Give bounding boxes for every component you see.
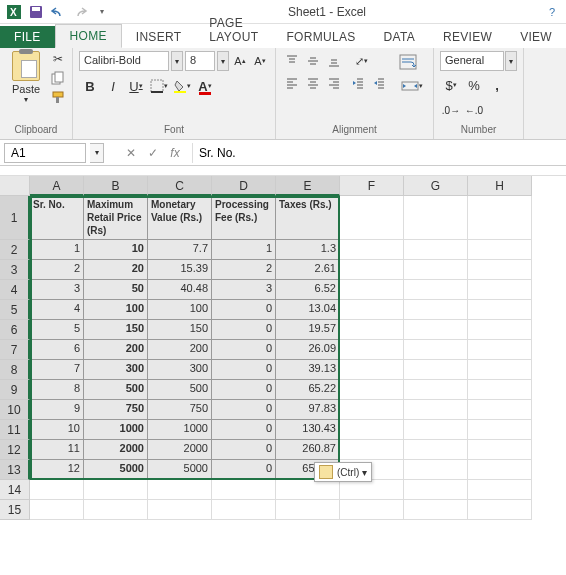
- comma-format-icon[interactable]: ,: [486, 74, 508, 96]
- decrease-indent-icon[interactable]: [348, 73, 368, 93]
- cell[interactable]: 130.43: [276, 420, 340, 440]
- align-center-icon[interactable]: [303, 73, 323, 93]
- row-header-8[interactable]: 8: [0, 360, 30, 380]
- cell[interactable]: [468, 320, 532, 340]
- bold-button[interactable]: B: [79, 75, 101, 97]
- cell[interactable]: [212, 480, 276, 500]
- cell[interactable]: [468, 500, 532, 520]
- cell[interactable]: [404, 196, 468, 240]
- cell[interactable]: [276, 500, 340, 520]
- cell[interactable]: 300: [148, 360, 212, 380]
- paste-options-badge[interactable]: (Ctrl) ▾: [314, 462, 372, 482]
- tab-view[interactable]: VIEW: [506, 26, 566, 48]
- cell[interactable]: [84, 500, 148, 520]
- increase-font-icon[interactable]: A▴: [231, 51, 249, 71]
- excel-icon[interactable]: X: [4, 2, 24, 22]
- italic-button[interactable]: I: [102, 75, 124, 97]
- cell[interactable]: 4: [30, 300, 84, 320]
- align-middle-icon[interactable]: [303, 51, 323, 71]
- tab-home[interactable]: HOME: [55, 24, 122, 48]
- cell[interactable]: 100: [84, 300, 148, 320]
- col-header-C[interactable]: C: [148, 176, 212, 196]
- cell[interactable]: 6.52: [276, 280, 340, 300]
- row-header-3[interactable]: 3: [0, 260, 30, 280]
- cell[interactable]: 5: [30, 320, 84, 340]
- cell[interactable]: [404, 360, 468, 380]
- underline-button[interactable]: U▾: [125, 75, 147, 97]
- cell[interactable]: [340, 196, 404, 240]
- cell[interactable]: Maximum Retail Price (Rs): [84, 196, 148, 240]
- fill-color-button[interactable]: ▾: [171, 75, 193, 97]
- cancel-formula-icon[interactable]: ✕: [122, 143, 140, 163]
- col-header-B[interactable]: B: [84, 176, 148, 196]
- redo-icon[interactable]: [70, 2, 90, 22]
- cell[interactable]: [340, 440, 404, 460]
- cell[interactable]: [468, 340, 532, 360]
- cell[interactable]: [468, 420, 532, 440]
- cell[interactable]: 7: [30, 360, 84, 380]
- row-header-14[interactable]: 14: [0, 480, 30, 500]
- cell[interactable]: 500: [148, 380, 212, 400]
- align-left-icon[interactable]: [282, 73, 302, 93]
- cell[interactable]: [468, 480, 532, 500]
- cell[interactable]: 2000: [84, 440, 148, 460]
- cell[interactable]: 0: [212, 320, 276, 340]
- cell[interactable]: 1000: [84, 420, 148, 440]
- tab-page-layout[interactable]: PAGE LAYOUT: [195, 12, 272, 48]
- cell[interactable]: [340, 420, 404, 440]
- col-header-F[interactable]: F: [340, 176, 404, 196]
- font-name-select[interactable]: Calibri-Bold: [79, 51, 169, 71]
- cell[interactable]: [212, 500, 276, 520]
- row-header-1[interactable]: 1: [0, 196, 30, 240]
- tab-review[interactable]: REVIEW: [429, 26, 506, 48]
- cell[interactable]: [468, 460, 532, 480]
- cell[interactable]: [404, 420, 468, 440]
- fx-icon[interactable]: fx: [166, 143, 184, 163]
- cell[interactable]: [148, 500, 212, 520]
- cell[interactable]: [404, 480, 468, 500]
- cell[interactable]: Processing Fee (Rs.): [212, 196, 276, 240]
- select-all-corner[interactable]: [0, 176, 30, 196]
- cell[interactable]: [340, 240, 404, 260]
- cell[interactable]: 750: [148, 400, 212, 420]
- cell[interactable]: [468, 260, 532, 280]
- cell[interactable]: 39.13: [276, 360, 340, 380]
- cell[interactable]: 6: [30, 340, 84, 360]
- qat-customize-icon[interactable]: ▾: [92, 2, 112, 22]
- cell[interactable]: [468, 300, 532, 320]
- cell[interactable]: [340, 280, 404, 300]
- cell[interactable]: [340, 340, 404, 360]
- cell[interactable]: 0: [212, 380, 276, 400]
- cell[interactable]: [468, 380, 532, 400]
- format-painter-icon[interactable]: [50, 89, 66, 105]
- enter-formula-icon[interactable]: ✓: [144, 143, 162, 163]
- row-header-6[interactable]: 6: [0, 320, 30, 340]
- cell[interactable]: 2000: [148, 440, 212, 460]
- cell[interactable]: [404, 440, 468, 460]
- cell[interactable]: 10: [84, 240, 148, 260]
- cell[interactable]: 8: [30, 380, 84, 400]
- accounting-format-icon[interactable]: $▾: [440, 74, 462, 96]
- cell[interactable]: [340, 300, 404, 320]
- cell[interactable]: 260.87: [276, 440, 340, 460]
- cell[interactable]: Sr. No.: [30, 196, 84, 240]
- formula-input[interactable]: [192, 143, 566, 163]
- cell[interactable]: [404, 300, 468, 320]
- sheet-grid[interactable]: ABCDEFGH 123456789101112131415 Sr. No.Ma…: [0, 176, 566, 520]
- cell[interactable]: [340, 480, 404, 500]
- cell[interactable]: 11: [30, 440, 84, 460]
- cell[interactable]: 19.57: [276, 320, 340, 340]
- cell[interactable]: [404, 280, 468, 300]
- cell[interactable]: [404, 340, 468, 360]
- help-icon[interactable]: ?: [542, 2, 562, 22]
- row-header-12[interactable]: 12: [0, 440, 30, 460]
- tab-data[interactable]: DATA: [370, 26, 429, 48]
- font-size-select[interactable]: 8: [185, 51, 215, 71]
- name-box-dropdown-icon[interactable]: ▾: [90, 143, 104, 163]
- cell[interactable]: 3: [212, 280, 276, 300]
- cell[interactable]: 0: [212, 440, 276, 460]
- align-bottom-icon[interactable]: [324, 51, 344, 71]
- cell[interactable]: 2: [212, 260, 276, 280]
- cell[interactable]: [84, 480, 148, 500]
- col-header-G[interactable]: G: [404, 176, 468, 196]
